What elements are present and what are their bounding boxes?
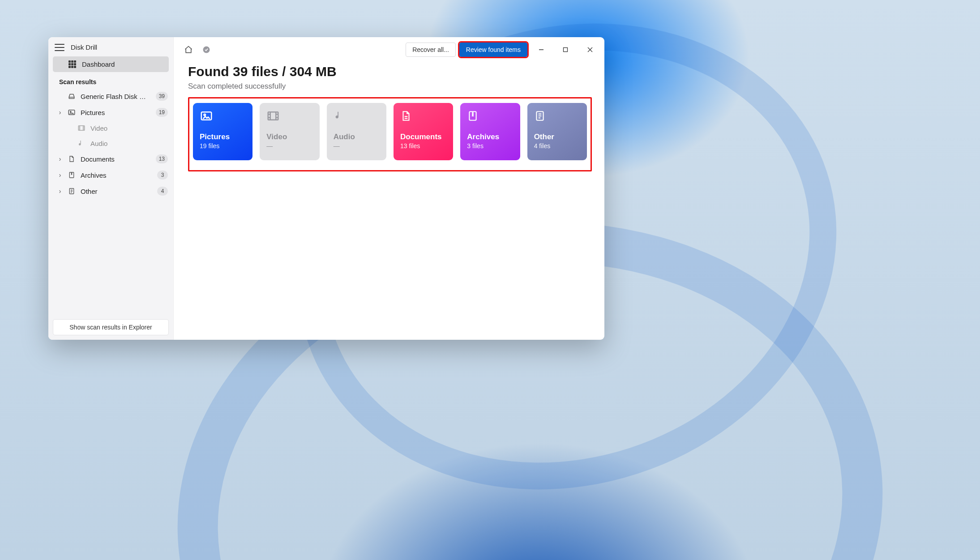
- card-other[interactable]: Other 4 files: [527, 103, 587, 160]
- card-title: Documents: [400, 133, 446, 141]
- recover-all-button[interactable]: Recover all...: [406, 43, 456, 57]
- sidebar-item-video[interactable]: › Video: [48, 120, 173, 136]
- count-badge: 19: [156, 108, 168, 117]
- video-icon: [77, 124, 86, 132]
- sidebar-section-label: Scan results: [48, 72, 173, 88]
- picture-icon: [200, 109, 213, 123]
- drive-icon: [68, 92, 76, 100]
- sidebar-item-label: Documents: [81, 155, 151, 163]
- archive-icon: [467, 109, 480, 123]
- svg-point-6: [203, 47, 210, 53]
- card-sub: —: [266, 142, 312, 150]
- count-badge: 13: [156, 154, 168, 163]
- chevron-right-icon[interactable]: ›: [57, 109, 63, 116]
- sidebar-item-label: Audio: [90, 140, 168, 147]
- svg-rect-1: [68, 110, 75, 115]
- count-badge: 4: [157, 187, 168, 196]
- count-badge: 3: [157, 171, 168, 180]
- svg-rect-3: [78, 126, 85, 131]
- close-button[interactable]: [579, 43, 601, 57]
- app-title: Disk Drill: [71, 43, 97, 51]
- card-sub: 3 files: [467, 142, 513, 150]
- card-sub: 4 files: [534, 142, 580, 150]
- svg-point-2: [70, 111, 71, 112]
- document-icon: [400, 109, 414, 123]
- maximize-button[interactable]: [555, 43, 576, 57]
- sidebar-item-label: Pictures: [81, 109, 151, 116]
- chevron-right-icon[interactable]: ›: [57, 155, 63, 162]
- chevron-right-icon[interactable]: ›: [57, 171, 63, 179]
- sidebar: Disk Drill Dashboard Scan results › Gene…: [48, 37, 174, 340]
- card-title: Pictures: [200, 133, 246, 141]
- card-documents[interactable]: Documents 13 files: [394, 103, 453, 160]
- sidebar-item-label: Other: [81, 188, 152, 195]
- file-icon: [68, 187, 76, 195]
- toolbar: Recover all... Review found items: [174, 37, 604, 62]
- picture-icon: [68, 108, 76, 116]
- home-icon[interactable]: [184, 45, 193, 55]
- dashboard-icon: [68, 60, 76, 68]
- svg-point-9: [204, 114, 205, 116]
- card-video: Video —: [260, 103, 319, 160]
- sidebar-item-label: Generic Flash Disk USB D...: [81, 93, 151, 100]
- file-icon: [534, 109, 548, 123]
- card-pictures[interactable]: Pictures 19 files: [193, 103, 252, 160]
- svg-rect-7: [564, 48, 568, 52]
- review-found-items-button[interactable]: Review found items: [459, 43, 527, 57]
- document-icon: [68, 155, 76, 163]
- card-title: Audio: [334, 133, 380, 141]
- audio-icon: [77, 139, 86, 147]
- results-headline: Found 39 files / 304 MB: [188, 64, 592, 79]
- show-in-explorer-button[interactable]: Show scan results in Explorer: [53, 319, 169, 335]
- card-title: Video: [266, 133, 312, 141]
- count-badge: 39: [156, 92, 168, 101]
- category-cards-highlight: Pictures 19 files Video — Audio —: [188, 97, 592, 171]
- minimize-button[interactable]: [531, 43, 552, 57]
- check-circle-icon[interactable]: [201, 45, 211, 55]
- sidebar-item-label: Video: [90, 124, 168, 132]
- hamburger-icon[interactable]: [55, 44, 64, 51]
- sidebar-header: Disk Drill: [48, 37, 173, 56]
- content-area: Found 39 files / 304 MB Scan completed s…: [174, 62, 604, 180]
- results-subhead: Scan completed successfully: [188, 82, 592, 91]
- card-sub: 19 files: [200, 142, 246, 150]
- svg-rect-8: [201, 112, 212, 120]
- card-archives[interactable]: Archives 3 files: [460, 103, 520, 160]
- sidebar-item-audio[interactable]: › Audio: [48, 136, 173, 151]
- audio-icon: [334, 109, 347, 123]
- sidebar-item-documents[interactable]: › Documents 13: [48, 151, 173, 167]
- main-pane: Recover all... Review found items Found …: [174, 37, 604, 340]
- card-audio: Audio —: [327, 103, 386, 160]
- card-sub: 13 files: [400, 142, 446, 150]
- sidebar-item-label: Archives: [81, 171, 152, 179]
- card-title: Archives: [467, 133, 513, 141]
- card-sub: —: [334, 142, 380, 150]
- sidebar-item-archives[interactable]: › Archives 3: [48, 167, 173, 183]
- archive-icon: [68, 171, 76, 179]
- card-title: Other: [534, 133, 580, 141]
- sidebar-item-device[interactable]: › Generic Flash Disk USB D... 39: [48, 88, 173, 104]
- sidebar-item-other[interactable]: › Other 4: [48, 183, 173, 199]
- svg-rect-0: [69, 97, 74, 98]
- sidebar-item-label: Dashboard: [82, 60, 115, 68]
- app-window: Disk Drill Dashboard Scan results › Gene…: [48, 37, 604, 340]
- svg-rect-10: [268, 112, 278, 120]
- sidebar-item-dashboard[interactable]: Dashboard: [53, 56, 169, 72]
- chevron-right-icon[interactable]: ›: [57, 188, 63, 195]
- video-icon: [266, 109, 280, 123]
- sidebar-item-pictures[interactable]: › Pictures 19: [48, 104, 173, 120]
